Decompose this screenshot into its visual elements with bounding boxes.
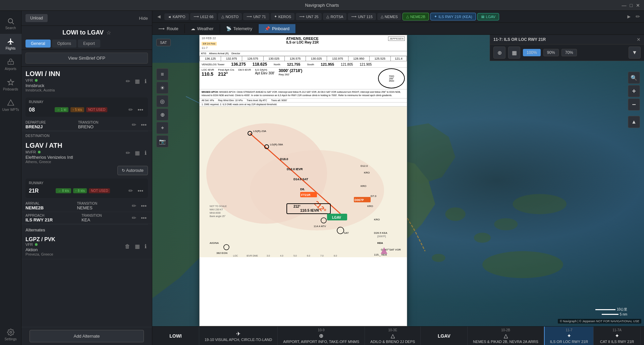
chart-tab-ils-rwy[interactable]: ✦ ILS RWY 21R (KEA) bbox=[430, 13, 476, 20]
dest-chart-icon[interactable]: ▦ bbox=[133, 148, 141, 157]
alternate-info: LGPZ / PVK VFR Aktion Preveza, Greece bbox=[25, 236, 55, 256]
pinboard-view-button[interactable]: 📌 Pinboard bbox=[259, 24, 296, 33]
add-alternate-button[interactable]: Add Alternate bbox=[30, 330, 144, 342]
arr-trans-value: NEMES bbox=[77, 205, 97, 210]
chart-venizelos-label: VENIZELOS Tower bbox=[202, 63, 224, 66]
strip-ils-rwy[interactable]: 11-7 ✦ ILS OR LOC RWY 21R bbox=[544, 327, 594, 345]
arr-proc-edit-icon[interactable]: ✏ bbox=[130, 201, 138, 210]
departure-section: LOWI / INN VFR Innsbruck Innsbruck, Aust… bbox=[21, 67, 152, 95]
simbrief-button[interactable]: View SimBrief OFP bbox=[25, 53, 148, 64]
chart-freq-table: 136.125 132.975 126.575 130.025 126.575 … bbox=[200, 56, 407, 61]
apch-proc-more-icon[interactable]: ••• bbox=[140, 213, 148, 222]
alt-delete-icon[interactable]: 🗑 bbox=[123, 242, 131, 251]
zoom-in-icon[interactable]: + bbox=[628, 85, 640, 97]
mini-panel-header: 11-7: ILS OR LOC RWY 21R ✕ bbox=[490, 35, 644, 45]
sidebar-item-airports[interactable]: Airports bbox=[0, 54, 21, 75]
alt-info-icon[interactable]: ℹ bbox=[143, 242, 148, 251]
chart-tab-kappo[interactable]: ◄ KAPPO bbox=[164, 13, 189, 20]
strip-lowi[interactable]: LOWI bbox=[152, 327, 199, 345]
route-view-button[interactable]: ⟿ Route bbox=[152, 24, 185, 33]
chart-pencil-button[interactable]: ✏ bbox=[634, 12, 641, 21]
dest-edit-icon[interactable]: ✏ bbox=[124, 148, 131, 157]
scroll-down-icon[interactable]: ▼ bbox=[629, 47, 641, 59]
compass-icon[interactable]: ◎ bbox=[156, 95, 168, 107]
autoroute-button[interactable]: ↻ Autoroute bbox=[117, 166, 148, 175]
scale-indicator: 10公里 5 nm bbox=[595, 307, 627, 316]
panel-scroll[interactable]: LOWI / INN VFR Innsbruck Innsbruck, Aust… bbox=[21, 67, 152, 327]
zoom-100-button[interactable]: 100% bbox=[523, 49, 541, 56]
map-container[interactable]: 18 FEB 22 Eff 24 Feb 11-7 ATHENS, GREECE… bbox=[152, 35, 644, 326]
strip-cat2-ils[interactable]: 11-7A ✦ CAT II ILS RWY 21R bbox=[594, 327, 641, 345]
telemetry-view-button[interactable]: 📡 Telemetry bbox=[220, 24, 259, 33]
chart-next-button[interactable]: ► bbox=[625, 12, 633, 21]
arrival-procedure-row: Arrival NEME2B Transition NEMES ✏ ••• bbox=[21, 200, 152, 212]
chart-tab-lgav[interactable]: 🏛 LGAV bbox=[477, 13, 499, 20]
maximize-button[interactable]: □ bbox=[630, 3, 633, 8]
tab-general[interactable]: General bbox=[25, 40, 51, 48]
strip-visual-apch[interactable]: ✈ 19-10 VISUAL APCH, CIRCLE-TO-LAND bbox=[199, 327, 278, 345]
route-title: LOWI to LGAV bbox=[62, 29, 104, 36]
dep-proc-edit-icon[interactable]: ✏ bbox=[130, 120, 138, 129]
sidebar-item-pinboards[interactable]: Pinboards bbox=[0, 75, 21, 95]
arr-proc-more-icon[interactable]: ••• bbox=[140, 201, 148, 210]
dest-runway-edit-icon[interactable]: ✏ bbox=[127, 186, 134, 195]
chart-tab-nosto[interactable]: △ NOSTO bbox=[218, 13, 242, 20]
chart-tab-neme2b[interactable]: △ NEME2B bbox=[402, 13, 429, 20]
dep-proc-more-icon[interactable]: ••• bbox=[140, 120, 148, 129]
location-icon[interactable]: ⌖ bbox=[156, 122, 168, 134]
departure-edit-icon[interactable]: ✏ bbox=[124, 77, 131, 86]
chart-prev-button[interactable]: ◄ bbox=[155, 12, 163, 21]
crosshair-btn[interactable]: ⊕ bbox=[493, 47, 505, 59]
strip-arrs[interactable]: 10-2B △ NEMES & PIKAD 2B, NEVRA 2A ARRS bbox=[468, 327, 544, 345]
apch-proc-value: ILS RWY 21R bbox=[25, 217, 53, 222]
dest-runway-more-icon[interactable]: ••• bbox=[136, 186, 145, 195]
chart-tab-un7-71[interactable]: ⟿ UN7 71 bbox=[243, 13, 269, 20]
chart-tab-keros[interactable]: ✦ KEROS bbox=[271, 13, 295, 20]
tab-options[interactable]: Options bbox=[52, 40, 76, 48]
apch-proc-info: Approach ILS RWY 21R bbox=[25, 214, 53, 222]
chart-tab-un7-25[interactable]: ⟿ UN7 25 bbox=[296, 13, 322, 20]
favorite-star-icon[interactable]: ☆ bbox=[106, 29, 111, 36]
crosshair-icon[interactable]: ⊕ bbox=[156, 109, 168, 121]
sidebar-item-flights[interactable]: Flights bbox=[0, 34, 21, 54]
sidebar-label-settings: Settings bbox=[4, 337, 16, 341]
search-map-icon[interactable]: 🔍 bbox=[628, 72, 640, 84]
bar-chart-icon[interactable]: ▦ bbox=[508, 47, 520, 59]
unload-button[interactable]: Unload bbox=[25, 14, 48, 22]
tab-export[interactable]: Export bbox=[78, 40, 100, 48]
departure-info-icon[interactable]: ℹ bbox=[143, 77, 148, 86]
chart-tab-nemes[interactable]: △ NEMES bbox=[377, 13, 401, 20]
zoom-out-icon[interactable]: − bbox=[628, 98, 640, 111]
apch-proc-edit-icon[interactable]: ✏ bbox=[130, 213, 138, 222]
camera-icon[interactable]: 📷 bbox=[156, 135, 168, 147]
chart-tab-rotsa[interactable]: △ ROTSA bbox=[323, 13, 346, 20]
strip-airport-info[interactable]: 10-9 ⊕ AIRPORT, AIRPORT INFO, TAKE-OFF M… bbox=[278, 327, 365, 345]
chart-tab-l612[interactable]: ⟿ L612 66 bbox=[190, 13, 217, 20]
sidebar-item-userwpts[interactable]: User WPTs bbox=[0, 95, 21, 116]
departure-chart-icon[interactable]: ▦ bbox=[133, 77, 141, 86]
sat-button[interactable]: SAT bbox=[156, 39, 171, 46]
chart-tab-un7-115[interactable]: ⟿ UN7 115 bbox=[348, 13, 376, 20]
strip-title-5: ILS OR LOC RWY 21R bbox=[550, 340, 588, 344]
hide-button[interactable]: Hide bbox=[139, 16, 148, 21]
minimize-button[interactable]: — bbox=[622, 3, 627, 8]
strip-lgav[interactable]: LGAV bbox=[421, 327, 468, 345]
weather-view-button[interactable]: ☁ Weather bbox=[185, 24, 220, 33]
strip-deps[interactable]: 10-3E △ ADILO & BRENO 2J DEPS bbox=[365, 327, 421, 345]
sidebar-item-search[interactable]: Search bbox=[0, 13, 21, 34]
dep-runway-more-icon[interactable]: ••• bbox=[136, 105, 145, 114]
svg-point-6 bbox=[445, 207, 466, 221]
nav-icon[interactable]: ▲ bbox=[628, 116, 640, 128]
brightness-icon[interactable]: ☀ bbox=[156, 82, 168, 94]
dest-info-icon[interactable]: ℹ bbox=[143, 148, 148, 157]
zoom-90-button[interactable]: 90% bbox=[543, 49, 559, 56]
mini-panel-close-button[interactable]: ✕ bbox=[637, 37, 641, 42]
close-button[interactable]: ✕ bbox=[636, 3, 640, 8]
sidebar-item-settings[interactable]: Settings bbox=[0, 325, 21, 345]
layers-icon[interactable]: ≡ bbox=[156, 68, 168, 80]
dep-runway-edit-icon[interactable]: ✏ bbox=[127, 105, 134, 114]
zoom-70-button[interactable]: 70% bbox=[561, 49, 577, 56]
dep-trans-value: BRENO bbox=[78, 124, 99, 129]
runway-info-dep: → 1 kt ↑ 5 kts NOT USED bbox=[55, 107, 107, 112]
alt-chart-icon[interactable]: ▦ bbox=[133, 242, 141, 251]
